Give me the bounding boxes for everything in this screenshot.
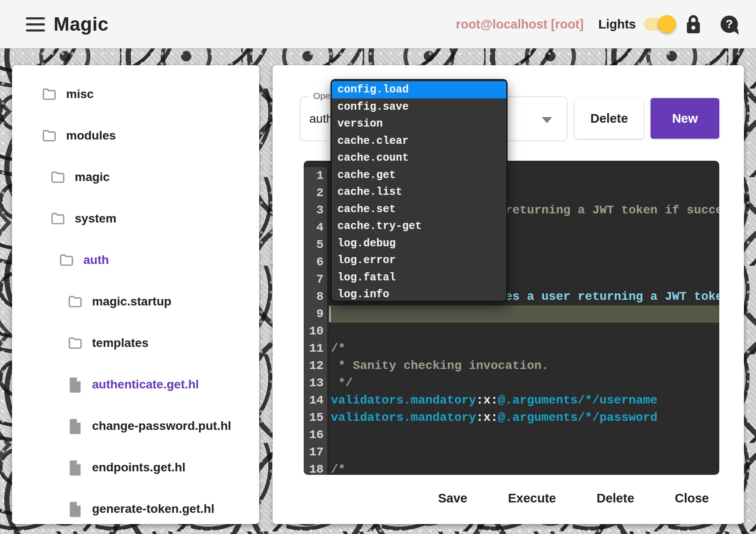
line-number: 7 [304,271,328,288]
autocomplete-item-config.save[interactable]: config.save [332,99,506,116]
code-line-18[interactable]: 18/* [304,461,719,475]
line-number: 14 [304,392,328,409]
close-action-button[interactable]: Close [672,485,712,512]
tree-file-change-password.put.hl[interactable]: change-password.put.hl [12,405,259,447]
autocomplete-item-version[interactable]: version [332,115,506,133]
editor-actions: SaveExecuteDeleteClose [435,485,712,512]
code-token: /* [331,342,346,355]
tree-folder-auth[interactable]: auth [12,239,259,281]
code-token: */ [331,376,353,390]
code-token: x [483,394,491,407]
line-number: 10 [304,323,328,340]
code-content [328,305,719,323]
delete-action-button[interactable]: Delete [594,485,637,512]
open-select-value: auth [309,97,333,140]
autocomplete-item-cache.clear[interactable]: cache.clear [332,133,506,150]
code-content [328,323,719,340]
code-token: * Sanity checking invocation. [331,359,549,372]
line-number: 5 [304,236,328,254]
app-title: Magic [54,13,108,35]
code-token: : [491,411,498,424]
code-token: @.arguments/*/username [498,394,658,407]
code-line-13[interactable]: 13 */ [304,375,719,392]
line-number: 15 [304,409,328,426]
code-line-10[interactable]: 10 [304,323,719,340]
code-content [328,426,719,444]
help-icon[interactable]: ? [721,16,738,33]
tree-folder-magic[interactable]: magic [12,156,259,198]
autocomplete-item-cache.set[interactable]: cache.set [332,201,506,218]
code-line-15[interactable]: 15validators.mandatory:x:@.arguments/*/p… [304,409,719,426]
code-content: * Sanity checking invocation. [328,357,719,375]
file-tree: misc modules magic system [12,73,259,524]
line-number: 13 [304,375,328,392]
autocomplete-item-cache.count[interactable]: cache.count [332,149,506,167]
tree-folder-misc[interactable]: misc [12,73,259,115]
line-number: 4 [304,219,328,236]
folder-icon [40,128,58,143]
tree-item-label: endpoints.get.hl [92,461,185,474]
code-line-9[interactable]: 9 [304,305,719,323]
tree-item-label: change-password.put.hl [92,419,231,433]
code-line-17[interactable]: 17 [304,444,719,461]
autocomplete-item-cache.try-get[interactable]: cache.try-get [332,218,506,235]
folder-icon [40,86,58,102]
file-icon [69,376,82,393]
hamburger-menu-icon[interactable] [26,17,45,32]
code-content [328,444,719,461]
toggle-thumb [658,15,676,33]
tree-item-label: templates [92,336,149,350]
tree-item-label: auth [83,253,109,267]
file-icon [69,501,82,517]
autocomplete-popup: config.loadconfig.saveversioncache.clear… [330,79,508,302]
code-token: validators.mandatory [331,394,476,407]
code-content: /* [328,340,719,357]
code-line-14[interactable]: 14validators.mandatory:x:@.arguments/*/u… [304,392,719,409]
autocomplete-item-log.fatal[interactable]: log.fatal [332,269,506,286]
folder-icon [66,294,84,309]
lights-toggle[interactable] [644,12,676,37]
line-number: 11 [304,340,328,357]
new-file-button[interactable]: New [651,98,719,139]
user-label: root@localhost [root] [456,17,584,32]
select-caret-icon [542,117,552,123]
autocomplete-item-config.load[interactable]: config.load [332,81,506,99]
tree-folder-magic.startup[interactable]: magic.startup [12,281,259,322]
line-number: 18 [304,461,328,475]
tree-item-label: modules [66,129,116,143]
delete-file-button[interactable]: Delete [575,98,644,139]
execute-action-button[interactable]: Execute [505,485,559,512]
folder-icon [49,169,67,185]
file-explorer-panel: misc modules magic system [12,65,259,524]
tree-folder-templates[interactable]: templates [12,322,259,364]
line-number: 1 [304,167,328,184]
save-action-button[interactable]: Save [435,485,470,512]
autocomplete-item-log.debug[interactable]: log.debug [332,235,506,252]
code-token: : [476,394,483,407]
code-content: /* [328,461,719,475]
lock-icon[interactable] [686,14,701,34]
code-content: validators.mandatory:x:@.arguments/*/pas… [328,409,719,426]
tree-file-endpoints.get.hl[interactable]: endpoints.get.hl [12,447,259,488]
file-icon [69,418,82,434]
line-number: 2 [304,184,328,202]
lights-label: Lights [598,17,636,32]
code-line-12[interactable]: 12 * Sanity checking invocation. [304,357,719,375]
autocomplete-item-cache.list[interactable]: cache.list [332,184,506,201]
autocomplete-item-log.error[interactable]: log.error [332,252,506,269]
code-line-16[interactable]: 16 [304,426,719,444]
folder-icon [49,211,67,226]
tree-item-label: magic [75,170,110,184]
tree-folder-modules[interactable]: modules [12,115,259,156]
file-icon [69,459,82,476]
autocomplete-item-log.info[interactable]: log.info [332,286,506,302]
tree-folder-system[interactable]: system [12,198,259,239]
tree-file-generate-token.get.hl[interactable]: generate-token.get.hl [12,488,259,524]
line-number: 3 [304,202,328,219]
code-token: : [491,394,498,407]
folder-icon [57,252,76,268]
code-line-11[interactable]: 11/* [304,340,719,357]
tree-file-authenticate.get.hl[interactable]: authenticate.get.hl [12,364,259,405]
autocomplete-item-cache.get[interactable]: cache.get [332,167,506,184]
screen: Magic root@localhost [root] Lights ? mis… [0,0,756,534]
